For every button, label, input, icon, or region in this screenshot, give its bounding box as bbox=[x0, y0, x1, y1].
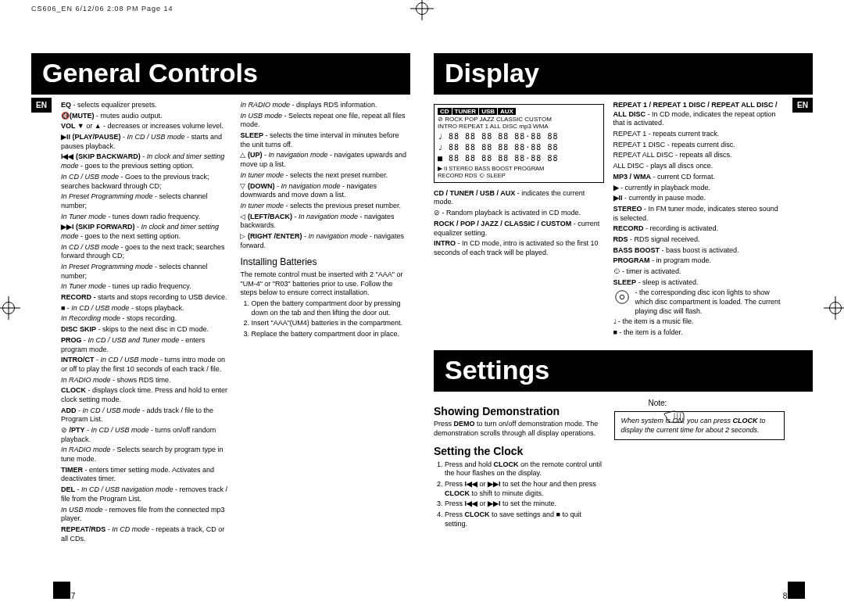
settings-column-2: Note: When system is ON, you can press C… bbox=[614, 398, 785, 531]
installing-batteries-text: The remote control must be inserted with… bbox=[240, 270, 410, 298]
title-general-controls: General Controls bbox=[31, 53, 410, 95]
setting-clock-heading: Setting the Clock bbox=[434, 444, 605, 458]
gc-column-2: In RADIO mode - displays RDS information… bbox=[240, 101, 410, 545]
registration-mark-right bbox=[827, 299, 844, 317]
display-column-1: CDTUNERUSBAUX ⊘ ROCK POP JAZZ CLASSIC CU… bbox=[434, 101, 604, 339]
right-page: Display CDTUNERUSBAUX ⊘ ROCK POP JAZZ CL… bbox=[434, 53, 813, 600]
gc-column-1: EQ - selects equalizer presets. 🔇(MUTE) … bbox=[61, 101, 231, 545]
page-number-right: 8 bbox=[783, 582, 803, 600]
battery-step-1: Open the battery compartment door by pre… bbox=[251, 299, 410, 317]
page-number-left: 7 bbox=[55, 582, 75, 600]
lcd-diagram: CDTUNERUSBAUX ⊘ ROCK POP JAZZ CLASSIC CU… bbox=[434, 104, 604, 183]
lang-tag-right: EN bbox=[792, 98, 813, 113]
title-display: Display bbox=[434, 53, 813, 95]
manual-spread: CS606_EN 6/12/06 2:08 PM Page 14 General… bbox=[0, 0, 844, 616]
battery-step-3: Replace the battery compartment door in … bbox=[251, 330, 410, 339]
note-box: When system is ON, you can press CLOCK t… bbox=[614, 411, 785, 440]
svg-point-0 bbox=[615, 291, 628, 304]
battery-step-2: Insert "AAA"(UM4) batteries in the compa… bbox=[251, 319, 410, 328]
svg-point-1 bbox=[620, 295, 624, 300]
title-settings: Settings bbox=[434, 350, 813, 392]
showing-demonstration-heading: Showing Demonstration bbox=[434, 404, 605, 418]
display-column-2: REPEAT 1 / REPEAT 1 DISC / REPEAT ALL DI… bbox=[613, 101, 784, 339]
registration-mark-left bbox=[0, 299, 17, 317]
registration-mark-top bbox=[413, 0, 431, 17]
disc-icon bbox=[613, 288, 631, 317]
settings-column-1: Showing Demonstration Press DEMO to turn… bbox=[434, 398, 605, 531]
lang-tag-left: EN bbox=[31, 98, 52, 113]
left-page: General Controls EN EQ - selects equaliz… bbox=[31, 53, 410, 600]
print-header: CS606_EN 6/12/06 2:08 PM Page 14 bbox=[31, 5, 173, 13]
installing-batteries-heading: Installing Batteries bbox=[240, 256, 410, 269]
